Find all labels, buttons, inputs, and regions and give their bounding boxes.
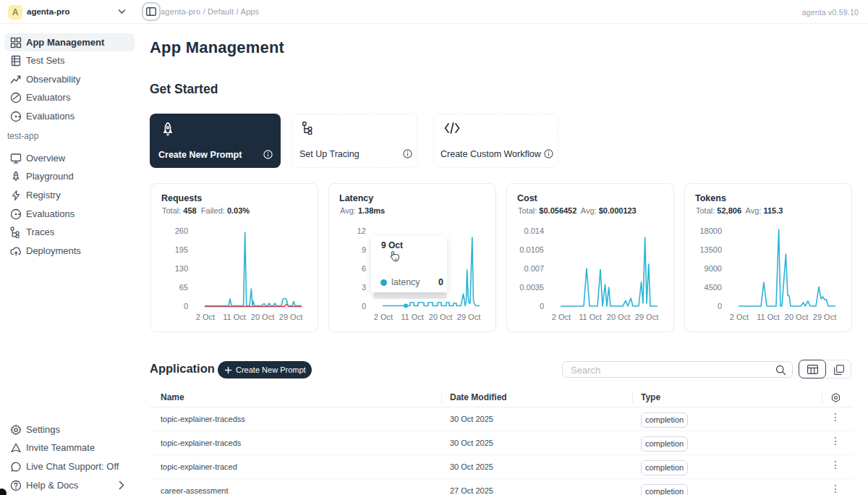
svg-text:9000: 9000 (705, 264, 722, 273)
svg-text:13500: 13500 (699, 245, 722, 254)
svg-text:0.0105: 0.0105 (519, 245, 544, 254)
svg-text:130: 130 (175, 264, 188, 273)
svg-text:2 Oct: 2 Oct (196, 313, 215, 321)
svg-text:195: 195 (175, 245, 188, 254)
svg-text:0.014: 0.014 (524, 227, 544, 235)
svg-text:29 Oct: 29 Oct (635, 313, 658, 321)
svg-text:2 Oct: 2 Oct (552, 313, 571, 321)
svg-text:0: 0 (718, 302, 722, 310)
svg-text:12: 12 (357, 227, 366, 235)
svg-text:18000: 18000 (699, 227, 722, 235)
svg-text:29 Oct: 29 Oct (813, 313, 836, 321)
svg-text:0: 0 (540, 302, 544, 310)
svg-text:65: 65 (179, 283, 188, 292)
svg-text:20 Oct: 20 Oct (607, 313, 630, 321)
svg-text:11 Oct: 11 Oct (757, 313, 780, 321)
svg-text:11 Oct: 11 Oct (223, 313, 246, 321)
svg-text:0.007: 0.007 (524, 264, 544, 273)
svg-text:29 Oct: 29 Oct (457, 313, 480, 321)
svg-text:0.0035: 0.0035 (519, 283, 544, 292)
svg-text:2 Oct: 2 Oct (730, 313, 749, 321)
svg-text:0: 0 (362, 302, 366, 310)
svg-text:29 Oct: 29 Oct (279, 313, 302, 321)
svg-text:2 Oct: 2 Oct (374, 313, 393, 321)
svg-text:6: 6 (362, 264, 366, 273)
svg-text:20 Oct: 20 Oct (429, 313, 452, 321)
svg-text:11 Oct: 11 Oct (579, 313, 602, 321)
svg-text:260: 260 (175, 227, 188, 235)
svg-text:20 Oct: 20 Oct (785, 313, 808, 321)
svg-text:0: 0 (184, 302, 188, 310)
svg-text:4500: 4500 (705, 283, 722, 292)
svg-text:9: 9 (362, 245, 366, 254)
svg-text:3: 3 (362, 283, 366, 292)
svg-text:11 Oct: 11 Oct (401, 313, 424, 321)
svg-text:20 Oct: 20 Oct (251, 313, 274, 321)
